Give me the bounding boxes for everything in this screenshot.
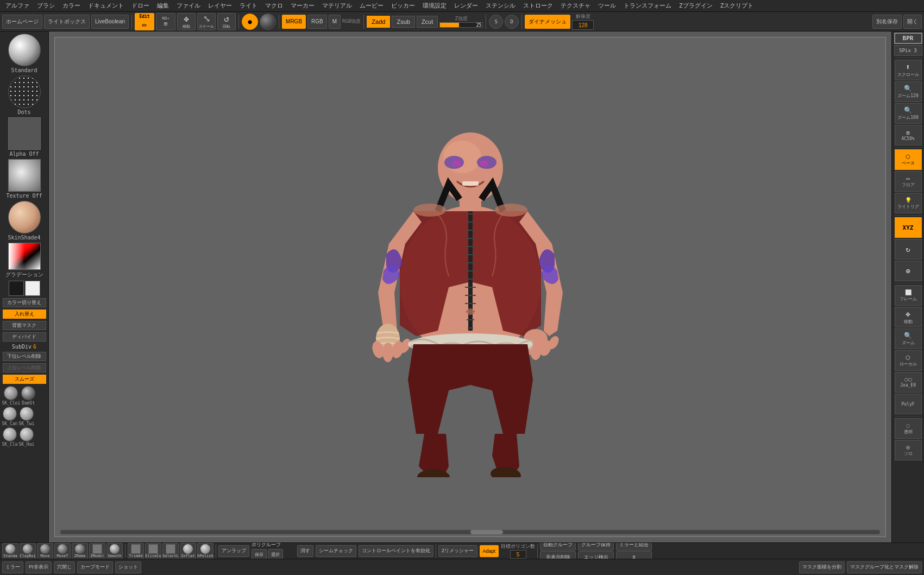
viewport-inner[interactable]: [54, 37, 886, 537]
menu-movie[interactable]: ムービー: [356, 1, 387, 11]
material-swatch[interactable]: [8, 201, 41, 233]
viewport[interactable]: [49, 31, 891, 542]
num8-button[interactable]: 8: [616, 551, 652, 559]
brush-icon-sk-cloi[interactable]: [4, 386, 18, 400]
menu-macro[interactable]: マクロ: [262, 1, 286, 11]
rotation-s-button[interactable]: S: [489, 15, 503, 29]
tool-inflat[interactable]: Inflat: [180, 543, 196, 559]
mask-area-button[interactable]: マスク面積を分割: [799, 561, 845, 573]
bpr-button[interactable]: BPR: [894, 33, 922, 44]
brush-icon-damst[interactable]: [21, 386, 35, 400]
zoom-rp-button[interactable]: 🔍 ズーム: [895, 328, 922, 349]
move-icon-button[interactable]: ✥ 移動: [895, 307, 922, 327]
dots-ball[interactable]: [8, 75, 41, 108]
brush-icon-sk-cla[interactable]: [3, 427, 17, 441]
ac50-button[interactable]: ⊞ AC50%: [895, 125, 922, 146]
brush-icon-sk-twi[interactable]: [20, 407, 34, 421]
curve-mode-button[interactable]: カーブモード: [77, 561, 113, 573]
zremesher-button[interactable]: Zリメッシャー: [438, 545, 477, 557]
menu-file[interactable]: ファイル: [173, 1, 204, 11]
black-swatch[interactable]: [9, 281, 24, 296]
zadd-button[interactable]: Zadd: [367, 16, 390, 28]
mrgb-button[interactable]: MRGB: [282, 15, 306, 29]
liveboolean-button[interactable]: LiveBoolean: [91, 15, 129, 29]
mirror-merge-button[interactable]: ミラーと結合: [616, 542, 652, 551]
zoom120-button[interactable]: 🔍 ズーム120: [895, 81, 922, 102]
tool-hpolish[interactable]: hPolish: [197, 543, 213, 559]
color-gradient[interactable]: [8, 243, 41, 270]
open-button[interactable]: 開く: [903, 15, 922, 29]
z-intensity-slider[interactable]: 25: [439, 22, 483, 28]
menu-layer[interactable]: レイヤー: [205, 1, 235, 11]
joaeo-button[interactable]: ⬡⬡ Joa_E0: [895, 372, 922, 393]
smooth-button[interactable]: スムーズ: [3, 375, 46, 384]
kd-button[interactable]: KD→ ⊞: [156, 13, 175, 30]
delete-upper-button[interactable]: 上位レベル削除: [3, 363, 46, 372]
menu-preferences[interactable]: 環境設定: [419, 1, 450, 11]
solo-button[interactable]: ◎ ソロ: [895, 440, 922, 460]
polyf-button[interactable]: PolyF: [895, 394, 922, 414]
mask-group-button[interactable]: マスクグループ化とマスク解除: [847, 561, 922, 573]
frame-button[interactable]: ⬜ フレーム: [895, 285, 922, 306]
material-preview-button[interactable]: [260, 14, 276, 30]
control-paint-button[interactable]: コントロールペイントを有効化: [359, 545, 433, 557]
menu-stroke[interactable]: ストローク: [520, 1, 556, 11]
xyz-button[interactable]: XYZ: [895, 217, 922, 238]
spix-button[interactable]: SPix 3: [894, 45, 922, 56]
rotation-d-button[interactable]: D: [505, 15, 519, 29]
menu-color[interactable]: カラー: [59, 1, 84, 11]
white-swatch[interactable]: [25, 281, 40, 296]
menu-texture[interactable]: テクスチャ: [557, 1, 594, 11]
menu-render[interactable]: レンダー: [451, 1, 481, 11]
brush-icon-sk-can[interactable]: [3, 407, 17, 421]
auto-group-button[interactable]: 自動グループ: [540, 542, 576, 551]
menu-document[interactable]: ドキュメント: [85, 1, 127, 11]
unrap-button[interactable]: アンラップ: [218, 545, 249, 557]
zsub-button[interactable]: Zsub: [392, 16, 414, 28]
menu-draw[interactable]: ドロー: [128, 1, 153, 11]
tool-zreme[interactable]: ZReme: [72, 543, 88, 559]
menu-edit[interactable]: 編集: [154, 1, 172, 11]
floor-button[interactable]: ▭ フロア: [895, 171, 922, 192]
menu-stencil[interactable]: ステンシル: [482, 1, 519, 11]
zoom100-button[interactable]: 🔍 ズーム100: [895, 103, 922, 124]
save-uv-button[interactable]: 保存: [252, 549, 267, 559]
close-hole-button[interactable]: 穴閉じ: [54, 561, 75, 573]
target-poly-input[interactable]: [510, 550, 526, 559]
menu-transform[interactable]: トランスフォーム: [620, 1, 675, 11]
menu-light[interactable]: ライト: [236, 1, 261, 11]
resolution-input[interactable]: [572, 20, 594, 30]
adapt-button[interactable]: Adapt: [480, 545, 499, 557]
tool-move[interactable]: Move: [37, 543, 53, 559]
pt-display-button[interactable]: Pt非表示: [26, 561, 52, 573]
scroll-up-button[interactable]: ⬆ スクロール: [895, 60, 922, 80]
move-tool-button[interactable]: ✥ 移動: [177, 13, 196, 30]
save-as-button[interactable]: 別名保存: [872, 15, 902, 29]
delete-button[interactable]: 消す: [297, 545, 313, 557]
select-button[interactable]: 選択: [268, 549, 283, 559]
local-button[interactable]: ⬡ ローカル: [895, 350, 922, 371]
alpha-swatch[interactable]: [8, 117, 41, 150]
menu-picker[interactable]: ピッカー: [388, 1, 418, 11]
base-button[interactable]: ⬡ ベース: [895, 149, 922, 170]
edge-detect-button[interactable]: エッジ検出: [578, 551, 614, 559]
edit-button[interactable]: Edit ✏: [135, 13, 154, 30]
menu-material[interactable]: マテリアル: [319, 1, 355, 11]
tool-movet[interactable]: MoveT: [54, 543, 71, 559]
mirror-button[interactable]: ミラー: [2, 561, 23, 573]
back-mask-button[interactable]: 背面マスク: [3, 321, 46, 330]
dynamesh-button[interactable]: ダイナメッシュ: [525, 15, 570, 29]
transparent-button[interactable]: ◌ 透明: [895, 418, 922, 439]
zcut-button[interactable]: Zcut: [417, 16, 438, 28]
rotate-view-button[interactable]: ↻: [895, 239, 922, 260]
tool-standard[interactable]: Standa: [2, 543, 18, 559]
zoom-view-button[interactable]: ⊕: [895, 261, 922, 281]
hide-delete-button[interactable]: 非表示削除: [540, 551, 576, 559]
menu-zplugin[interactable]: Zプラグイン: [676, 1, 716, 11]
tool-slicecu[interactable]: SliceCu: [145, 543, 161, 559]
seamcheck-button[interactable]: シームチェック: [316, 545, 356, 557]
brush-icon-sk-hai[interactable]: [20, 427, 34, 441]
brush-ball[interactable]: [8, 34, 41, 66]
texture-swatch[interactable]: [8, 159, 41, 192]
viewport-scrollbar[interactable]: [60, 530, 880, 534]
